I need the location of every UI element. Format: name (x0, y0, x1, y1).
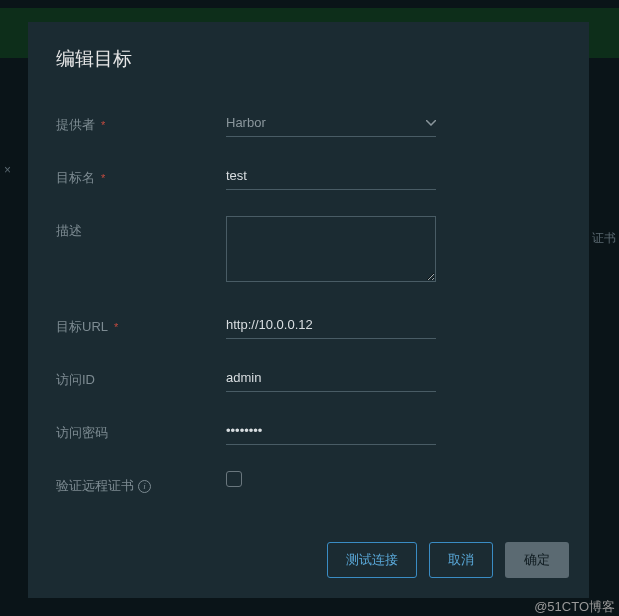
bg-fragment-cert: 证书 (592, 230, 616, 247)
verify-cert-checkbox[interactable] (226, 471, 242, 487)
provider-select[interactable]: Harbor (226, 110, 436, 137)
chevron-down-icon (426, 120, 436, 126)
access-id-label: 访问ID (56, 365, 226, 389)
target-name-label-text: 目标名 (56, 169, 95, 187)
description-textarea[interactable] (226, 216, 436, 282)
watermark: @51CTO博客 (534, 598, 615, 616)
provider-value: Harbor (226, 115, 266, 130)
edit-target-modal: 编辑目标 提供者 * Harbor 目标名 * (28, 22, 589, 598)
required-mark: * (101, 172, 105, 184)
target-url-label: 目标URL * (56, 312, 226, 336)
access-id-row: 访问ID (56, 365, 561, 392)
target-url-label-text: 目标URL (56, 318, 108, 336)
target-url-row: 目标URL * (56, 312, 561, 339)
access-id-input[interactable] (226, 365, 436, 392)
modal-body: 提供者 * Harbor 目标名 * 描述 (28, 82, 589, 528)
required-mark: * (101, 119, 105, 131)
verify-cert-row: 验证远程证书 i (56, 471, 561, 495)
verify-cert-label-text: 验证远程证书 (56, 477, 134, 495)
target-name-input[interactable] (226, 163, 436, 190)
provider-label-text: 提供者 (56, 116, 95, 134)
target-name-label: 目标名 * (56, 163, 226, 187)
confirm-button[interactable]: 确定 (505, 542, 569, 578)
access-id-label-text: 访问ID (56, 371, 95, 389)
info-icon[interactable]: i (138, 480, 151, 493)
modal-footer: 测试连接 取消 确定 (28, 528, 589, 598)
provider-row: 提供者 * Harbor (56, 110, 561, 137)
cancel-button[interactable]: 取消 (429, 542, 493, 578)
required-mark: * (114, 321, 118, 333)
description-label: 描述 (56, 216, 226, 240)
access-secret-label: 访问密码 (56, 418, 226, 442)
modal-header: 编辑目标 (28, 22, 589, 82)
bg-fragment: × (4, 163, 11, 177)
test-connection-button[interactable]: 测试连接 (327, 542, 417, 578)
target-name-row: 目标名 * (56, 163, 561, 190)
access-secret-row: 访问密码 (56, 418, 561, 445)
access-secret-input[interactable] (226, 418, 436, 445)
access-secret-label-text: 访问密码 (56, 424, 108, 442)
provider-label: 提供者 * (56, 110, 226, 134)
description-row: 描述 (56, 216, 561, 286)
modal-title: 编辑目标 (56, 46, 561, 72)
target-url-input[interactable] (226, 312, 436, 339)
description-label-text: 描述 (56, 222, 82, 240)
verify-cert-label: 验证远程证书 i (56, 471, 226, 495)
